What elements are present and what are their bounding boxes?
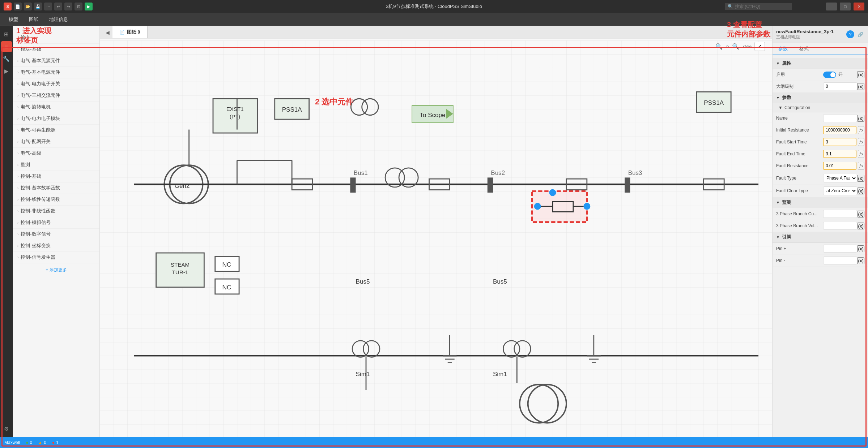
tree-chevron-14: › bbox=[17, 198, 18, 202]
menu-geo[interactable]: 地理信息 bbox=[44, 14, 73, 25]
tree-item-5[interactable]: ›电气-三相交流元件 bbox=[13, 90, 99, 102]
zoom-out-icon[interactable]: 🔍 bbox=[715, 43, 723, 50]
status-indicator-1: ▲ 0 bbox=[38, 440, 46, 445]
tree-item-11[interactable]: ›量测 bbox=[13, 159, 99, 171]
tab-diagram0[interactable]: 📄 图纸 0 bbox=[112, 26, 148, 38]
tree-item-10[interactable]: ›电气-高级 bbox=[13, 148, 99, 159]
prop-row-pin-plus: Pin + (x) bbox=[773, 243, 868, 255]
priority-x-btn[interactable]: (x) bbox=[857, 83, 864, 90]
add-more-btn[interactable]: + 添加更多 bbox=[13, 263, 99, 277]
enabled-x-btn[interactable]: (x) bbox=[857, 71, 864, 78]
menu-model[interactable]: 模型 bbox=[4, 14, 23, 25]
params-group[interactable]: ▼ 参数 bbox=[773, 92, 868, 103]
sidebar-play-btn[interactable]: ▶ bbox=[1, 66, 12, 77]
sidebar-tools-btn[interactable]: 🔧 bbox=[1, 53, 12, 64]
pin-minus-value bbox=[823, 257, 857, 264]
initial-resistance-value: ƒx bbox=[823, 126, 864, 134]
fault-start-time-input[interactable] bbox=[823, 138, 856, 146]
nav-left-btn[interactable]: ◀ bbox=[103, 30, 112, 35]
tree-item-17[interactable]: ›控制-数字信号 bbox=[13, 229, 99, 240]
prop-row-name: Name (x) bbox=[773, 112, 868, 124]
maximize-btn[interactable]: □ bbox=[840, 3, 851, 10]
svg-point-29 bbox=[583, 203, 590, 210]
tree-item-14[interactable]: ›控制-线性传递函数 bbox=[13, 194, 99, 206]
pin-minus-input[interactable] bbox=[823, 257, 857, 264]
undo-btn[interactable]: ↩ bbox=[54, 3, 62, 10]
pin-plus-input[interactable] bbox=[823, 245, 857, 253]
tree-chevron-2: › bbox=[17, 59, 18, 63]
pin-minus-x-btn[interactable]: (x) bbox=[857, 257, 864, 264]
more-btn[interactable]: ⋯ bbox=[44, 3, 52, 10]
branch-voltage-x-btn[interactable]: (x) bbox=[857, 223, 864, 229]
initial-resistance-fx-btn[interactable]: ƒx bbox=[858, 126, 864, 134]
rp-link-btn[interactable]: 🔗 bbox=[856, 30, 864, 38]
sidebar-home-btn[interactable]: ⊞ bbox=[1, 29, 12, 40]
close-btn[interactable]: ✕ bbox=[854, 3, 864, 10]
search-input[interactable] bbox=[735, 4, 789, 9]
zoom-in-icon[interactable]: 🔍 bbox=[732, 43, 739, 50]
tree-item-13[interactable]: ›控制-基本数学函数 bbox=[13, 182, 99, 194]
name-x-btn[interactable]: (x) bbox=[857, 115, 864, 122]
fault-resistance-fx-btn[interactable]: ƒx bbox=[858, 162, 864, 170]
tree-item-4[interactable]: ›电气-电力电子开关 bbox=[13, 78, 99, 90]
sidebar-layers-btn[interactable]: ≡ bbox=[1, 41, 12, 52]
tree-item-9[interactable]: ›电气-配网开关 bbox=[13, 136, 99, 148]
fault-type-select[interactable]: Phase A Fault Phase B Fault Phase C Faul… bbox=[823, 174, 857, 182]
menu-diagram[interactable]: 图纸 bbox=[24, 14, 43, 25]
tree-item-12[interactable]: ›控制-基础 bbox=[13, 171, 99, 182]
rp-tab-format[interactable]: 格式 bbox=[793, 43, 814, 55]
zoom-reset-icon[interactable]: ○ bbox=[726, 43, 729, 50]
tree-item-1[interactable]: ›模块-基础 bbox=[13, 44, 99, 55]
tree-item-3[interactable]: ›电气-基本电源元件 bbox=[13, 67, 99, 78]
tree-item-2[interactable]: ›电气-基本无源元件 bbox=[13, 55, 99, 67]
fault-end-time-fx-btn[interactable]: ƒx bbox=[858, 150, 864, 158]
priority-input[interactable] bbox=[823, 82, 857, 90]
branch-voltage-input[interactable] bbox=[823, 222, 857, 230]
run-btn[interactable]: ▶ bbox=[85, 3, 93, 10]
diagram-btn[interactable]: ⊡ bbox=[75, 3, 82, 10]
tree-item-18[interactable]: ›控制-坐标变换 bbox=[13, 240, 99, 252]
config-subgroup[interactable]: ▼ Configuration bbox=[773, 103, 868, 112]
fault-clear-type-select[interactable]: at Zero-Crossi... Immediately At End Tim… bbox=[823, 186, 857, 195]
pin-plus-value bbox=[823, 245, 857, 253]
branch-current-x-btn[interactable]: (x) bbox=[857, 211, 864, 217]
tree-label-10: 电气-高级 bbox=[21, 150, 41, 156]
tree-label-1: 模块-基础 bbox=[21, 46, 41, 52]
redo-btn[interactable]: ↪ bbox=[64, 3, 72, 10]
search-area[interactable]: 🔍 bbox=[725, 3, 792, 10]
branch-current-input[interactable] bbox=[823, 210, 857, 218]
tree-item-16[interactable]: ›控制-模拟信号 bbox=[13, 217, 99, 229]
initial-resistance-input[interactable] bbox=[823, 126, 856, 134]
canvas-area[interactable]: ◀ 📄 图纸 0 🔍 ○ 🔍 75% ⤢ 2 选中元件 bbox=[100, 26, 772, 437]
fault-type-x-btn[interactable]: (x) bbox=[857, 175, 864, 182]
toggle-switch[interactable] bbox=[823, 72, 836, 78]
tree-item-19[interactable]: ›控制-信号发生器 bbox=[13, 252, 99, 263]
new-file-btn[interactable]: 📄 bbox=[14, 3, 22, 10]
tree-item-7[interactable]: ›电气-电力电子模块 bbox=[13, 113, 99, 125]
save-btn[interactable]: 💾 bbox=[34, 3, 42, 10]
tree-item-6[interactable]: ›电气-旋转电机 bbox=[13, 102, 99, 113]
fault-start-time-fx-btn[interactable]: ƒx bbox=[858, 138, 864, 146]
enabled-toggle[interactable]: 开 bbox=[823, 72, 843, 78]
fit-btn[interactable]: ⤢ bbox=[754, 42, 765, 51]
properties-group[interactable]: ▼ 属性 bbox=[773, 58, 868, 69]
monitoring-group[interactable]: ▼ 监测 bbox=[773, 197, 868, 208]
name-input[interactable] bbox=[823, 114, 857, 122]
minimize-btn[interactable]: — bbox=[826, 3, 837, 10]
pins-group[interactable]: ▼ 引脚 bbox=[773, 232, 868, 243]
pin-plus-x-btn[interactable]: (x) bbox=[857, 245, 864, 252]
pins-chevron: ▼ bbox=[776, 235, 780, 239]
rp-info-btn[interactable]: ? bbox=[846, 30, 854, 38]
branch-voltage-label: 3 Phase Branch Vol... bbox=[776, 223, 823, 228]
open-btn[interactable]: 📂 bbox=[24, 3, 32, 10]
tree-item-8[interactable]: ›电气-可再生能源 bbox=[13, 125, 99, 136]
fault-resistance-input[interactable] bbox=[823, 162, 856, 170]
tree-item-15[interactable]: ›控制-非线性函数 bbox=[13, 206, 99, 217]
tree-label-4: 电气-电力电子开关 bbox=[21, 81, 60, 87]
rp-tab-params[interactable]: 参数 bbox=[773, 43, 793, 55]
fault-clear-type-x-btn[interactable]: (x) bbox=[857, 188, 864, 194]
sidebar-settings-btn[interactable]: ⚙ bbox=[1, 423, 12, 434]
tree-chevron-5: › bbox=[17, 94, 18, 98]
fault-end-time-input[interactable] bbox=[823, 150, 856, 158]
diagram-canvas[interactable]: Gen2 EXST1 (PT) PSS1A bbox=[100, 40, 772, 437]
